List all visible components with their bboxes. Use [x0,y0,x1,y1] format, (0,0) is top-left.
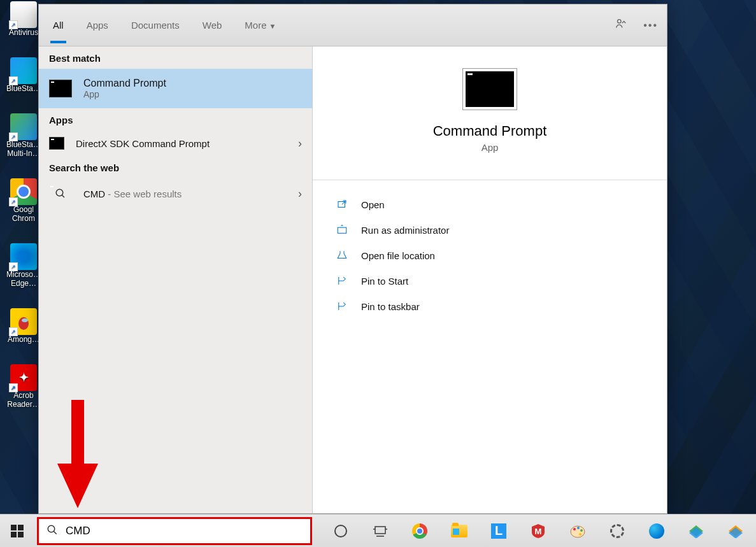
search-web-header: Search the web [39,156,312,178]
svg-rect-12 [18,532,24,537]
taskbar-taskview[interactable] [360,515,400,547]
result-subtitle: App [83,89,166,99]
feedback-icon[interactable] [614,17,628,34]
desktop-label: BlueSta… [6,84,41,93]
svg-line-14 [53,531,57,534]
action-pin-to-start[interactable]: Pin to Start [313,268,667,294]
desktop-label: BlueSta… Multi-In… [4,140,43,158]
svg-point-3 [56,189,63,196]
taskbar-explorer[interactable] [439,515,479,547]
svg-line-4 [62,195,64,197]
cmd-icon [49,137,64,150]
preview-subtitle: App [481,142,499,153]
tab-more[interactable]: More▼ [242,7,278,43]
desktop-icon-bluestacks[interactable]: ↗BlueSta… [4,57,43,93]
action-run-as-admin[interactable]: Run as administrator [313,217,667,243]
taskbar-app-l[interactable]: L [479,515,518,547]
best-match-header: Best match [39,46,312,69]
tab-all[interactable]: All [50,7,66,43]
desktop-icon-chrome[interactable]: ↗Googl Chrom [4,178,43,223]
start-search-panel: All Apps Documents Web More▼ ••• Best ma… [38,4,667,514]
taskbar-paint[interactable] [558,515,597,547]
taskbar-chrome[interactable] [400,515,439,547]
taskbar-search-box[interactable] [37,517,312,545]
chevron-right-icon: › [298,137,302,150]
desktop-label: Microso… Edge… [4,270,43,288]
taskbar-cortana[interactable] [321,515,360,547]
preview-app-icon [462,68,517,110]
cmd-icon [49,80,72,97]
tab-documents[interactable]: Documents [129,7,182,43]
chevron-right-icon: › [298,187,302,201]
desktop-label: Googl Chrom [4,205,43,223]
desktop-icon-edge[interactable]: ↗Microso… Edge… [4,243,43,288]
svg-rect-9 [11,525,17,530]
taskbar-bluestacks2[interactable] [716,515,755,547]
apps-header: Apps [39,108,312,131]
preview-pane: Command Prompt App Open Run as administr… [313,46,667,513]
action-open-file-location[interactable]: Open file location [313,243,667,268]
svg-point-22 [573,528,576,530]
desktop-label: Among… [8,335,39,344]
more-options-icon[interactable]: ••• [643,20,658,31]
desktop-icon-bluestacks-multi[interactable]: ↗BlueSta… Multi-In… [4,113,43,158]
taskbar-search-input[interactable] [66,525,303,537]
svg-rect-10 [18,525,24,530]
folder-icon [336,249,348,262]
shield-icon [336,224,348,236]
taskbar-settings[interactable] [597,515,637,547]
best-match-command-prompt[interactable]: Command Prompt App [39,69,312,108]
desktop-icon-amongus[interactable]: ↗Among… [4,308,43,344]
taskbar-bluestacks[interactable] [676,515,716,547]
pin-icon [336,274,348,287]
open-icon [336,198,348,211]
svg-point-13 [48,525,55,532]
taskbar-mcafee[interactable]: M [518,515,558,547]
svg-point-15 [335,525,346,537]
svg-text:M: M [535,527,542,536]
start-button[interactable] [0,515,34,547]
pin-icon [336,300,348,313]
search-tabbar: All Apps Documents Web More▼ ••• [39,4,667,46]
search-icon [49,185,72,202]
svg-point-25 [579,533,581,536]
taskbar-edge[interactable] [637,515,676,547]
tab-apps[interactable]: Apps [84,7,111,43]
taskbar: L M [0,514,756,547]
desktop-icon-antivirus[interactable]: ↗Antivirus [4,1,43,37]
svg-point-24 [580,529,583,532]
result-directx-cmd[interactable]: DirectX SDK Command Prompt › [39,131,312,156]
svg-rect-6 [338,227,346,233]
result-title: Command Prompt [83,78,166,89]
result-title: DirectX SDK Command Prompt [76,138,210,149]
result-suffix: - See web results [105,188,182,199]
preview-title: Command Prompt [433,123,547,139]
action-pin-to-taskbar[interactable]: Pin to taskbar [313,294,667,319]
svg-point-2 [618,19,622,23]
result-web-cmd[interactable]: CMD - See web results › [39,178,312,209]
tab-web[interactable]: Web [200,7,225,43]
svg-rect-11 [11,532,17,537]
desktop-label: Acrob Reader… [4,391,43,409]
result-title: CMD [83,188,105,199]
svg-point-23 [577,527,580,529]
search-icon [46,524,58,538]
action-open[interactable]: Open [313,192,667,217]
desktop-label: Antivirus [9,28,38,37]
chevron-down-icon: ▼ [269,22,276,30]
desktop-icons-column: ↗Antivirus ↗BlueSta… ↗BlueSta… Multi-In…… [4,0,43,409]
annotation-arrow-icon [57,400,98,508]
svg-rect-16 [375,527,385,534]
svg-point-1 [22,318,28,322]
desktop-icon-acrobat[interactable]: ✦↗Acrob Reader… [4,364,43,409]
